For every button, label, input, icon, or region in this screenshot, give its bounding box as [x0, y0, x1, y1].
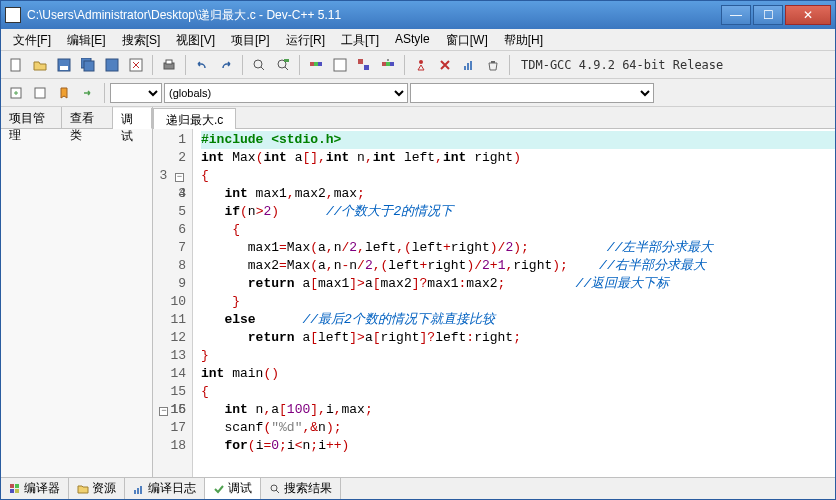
- bottom-panel: 编译器资源编译日志调试搜索结果: [1, 477, 835, 499]
- menu-item[interactable]: 搜索[S]: [114, 29, 169, 50]
- profile-button[interactable]: [458, 54, 480, 76]
- redo-button[interactable]: [215, 54, 237, 76]
- bottom-tab-编译日志[interactable]: 编译日志: [125, 478, 205, 499]
- svg-rect-16: [358, 59, 363, 64]
- menu-item[interactable]: 项目[P]: [223, 29, 278, 50]
- svg-rect-11: [284, 59, 289, 62]
- toolbar-main: TDM-GCC 4.9.2 64-bit Release: [1, 51, 835, 79]
- new-project-button[interactable]: [5, 82, 27, 104]
- svg-rect-19: [386, 62, 390, 66]
- toolbar-secondary: (globals): [1, 79, 835, 107]
- svg-rect-12: [310, 62, 314, 66]
- left-tab[interactable]: 项目管理: [1, 107, 62, 128]
- new-file-button[interactable]: [5, 54, 27, 76]
- svg-point-9: [254, 60, 262, 68]
- compile-run-button[interactable]: [353, 54, 375, 76]
- code-line[interactable]: {: [201, 383, 835, 401]
- svg-rect-5: [106, 59, 118, 71]
- close-file-button[interactable]: [125, 54, 147, 76]
- svg-rect-0: [11, 59, 20, 71]
- left-tab[interactable]: 查看类: [62, 107, 112, 128]
- bottom-tab-资源[interactable]: 资源: [69, 478, 125, 499]
- code-line[interactable]: else //最后2个数的情况下就直接比较: [201, 311, 835, 329]
- svg-rect-14: [318, 62, 322, 66]
- function-combo[interactable]: [410, 83, 654, 103]
- menu-item[interactable]: 工具[T]: [333, 29, 387, 50]
- code-line[interactable]: max1=Max(a,n/2,left,(left+right)/2); //左…: [201, 239, 835, 257]
- debug-button[interactable]: [410, 54, 432, 76]
- class-combo[interactable]: [110, 83, 162, 103]
- svg-rect-15: [334, 59, 346, 71]
- menu-item[interactable]: 运行[R]: [278, 29, 333, 50]
- left-tab[interactable]: 调试: [113, 108, 152, 129]
- file-tab[interactable]: 递归最大.c: [153, 108, 236, 129]
- code-line[interactable]: int n,a[100],i,max;: [201, 401, 835, 419]
- save-as-button[interactable]: [101, 54, 123, 76]
- code-line[interactable]: {: [201, 167, 835, 185]
- menu-item[interactable]: 视图[V]: [168, 29, 223, 50]
- line-number: 18: [153, 437, 186, 455]
- code-line[interactable]: int main(): [201, 365, 835, 383]
- find-button[interactable]: [248, 54, 270, 76]
- svg-rect-8: [166, 60, 172, 64]
- code-area[interactable]: #include <stdio.h>int Max(int a[],int n,…: [193, 129, 835, 477]
- globals-combo[interactable]: (globals): [164, 83, 408, 103]
- bottom-tab-调试[interactable]: 调试: [205, 478, 261, 499]
- code-line[interactable]: int max1,max2,max;: [201, 185, 835, 203]
- line-number: 6: [153, 221, 186, 239]
- code-line[interactable]: if(n>2) //个数大于2的情况下: [201, 203, 835, 221]
- code-line[interactable]: int Max(int a[],int n,int left,int right…: [201, 149, 835, 167]
- svg-rect-32: [137, 488, 139, 494]
- bottom-tab-搜索结果[interactable]: 搜索结果: [261, 478, 341, 499]
- code-line[interactable]: return a[left]>a[right]?left:right;: [201, 329, 835, 347]
- menu-item[interactable]: 窗口[W]: [438, 29, 496, 50]
- code-line[interactable]: }: [201, 293, 835, 311]
- code-line[interactable]: scanf("%d",&n);: [201, 419, 835, 437]
- clean-button[interactable]: [482, 54, 504, 76]
- code-line[interactable]: return a[max1]>a[max2]?max1:max2; //返回最大…: [201, 275, 835, 293]
- code-editor[interactable]: 123 −3456789101112131415 −15161718 #incl…: [153, 129, 835, 477]
- line-number: 5: [153, 203, 186, 221]
- open-button[interactable]: [29, 54, 51, 76]
- menu-item[interactable]: 文件[F]: [5, 29, 59, 50]
- code-line[interactable]: max2=Max(a,n-n/2,(left+right)/2+1,right)…: [201, 257, 835, 275]
- close-button[interactable]: ✕: [785, 5, 831, 25]
- print-button[interactable]: [158, 54, 180, 76]
- stop-button[interactable]: [434, 54, 456, 76]
- check-icon: [213, 483, 225, 495]
- line-number: 2: [153, 149, 186, 167]
- goto-button[interactable]: [77, 82, 99, 104]
- file-tabs: 递归最大.c: [153, 107, 835, 129]
- minimize-button[interactable]: —: [721, 5, 751, 25]
- code-line[interactable]: }: [201, 347, 835, 365]
- menu-item[interactable]: 编辑[E]: [59, 29, 114, 50]
- compile-button[interactable]: [305, 54, 327, 76]
- svg-rect-33: [140, 486, 142, 494]
- line-number: 8: [153, 257, 186, 275]
- bookmark-button[interactable]: [53, 82, 75, 104]
- fold-icon[interactable]: −: [159, 407, 168, 416]
- save-button[interactable]: [53, 54, 75, 76]
- undo-button[interactable]: [191, 54, 213, 76]
- svg-rect-4: [84, 61, 94, 71]
- replace-button[interactable]: [272, 54, 294, 76]
- svg-rect-26: [35, 88, 45, 98]
- run-button[interactable]: [329, 54, 351, 76]
- line-number: 1: [153, 131, 186, 149]
- svg-rect-2: [60, 66, 68, 70]
- insert-button[interactable]: [29, 82, 51, 104]
- rebuild-button[interactable]: [377, 54, 399, 76]
- menu-item[interactable]: AStyle: [387, 29, 438, 50]
- svg-rect-23: [467, 63, 469, 70]
- svg-rect-20: [390, 62, 394, 66]
- maximize-button[interactable]: ☐: [753, 5, 783, 25]
- code-line[interactable]: {: [201, 221, 835, 239]
- save-all-button[interactable]: [77, 54, 99, 76]
- menu-item[interactable]: 帮助[H]: [496, 29, 551, 50]
- fold-icon[interactable]: −: [175, 173, 184, 182]
- code-line[interactable]: #include <stdio.h>: [201, 131, 835, 149]
- app-icon: [5, 7, 21, 23]
- code-line[interactable]: for(i=0;i<n;i++): [201, 437, 835, 455]
- bottom-tab-编译器[interactable]: 编译器: [1, 478, 69, 499]
- svg-rect-24: [470, 61, 472, 70]
